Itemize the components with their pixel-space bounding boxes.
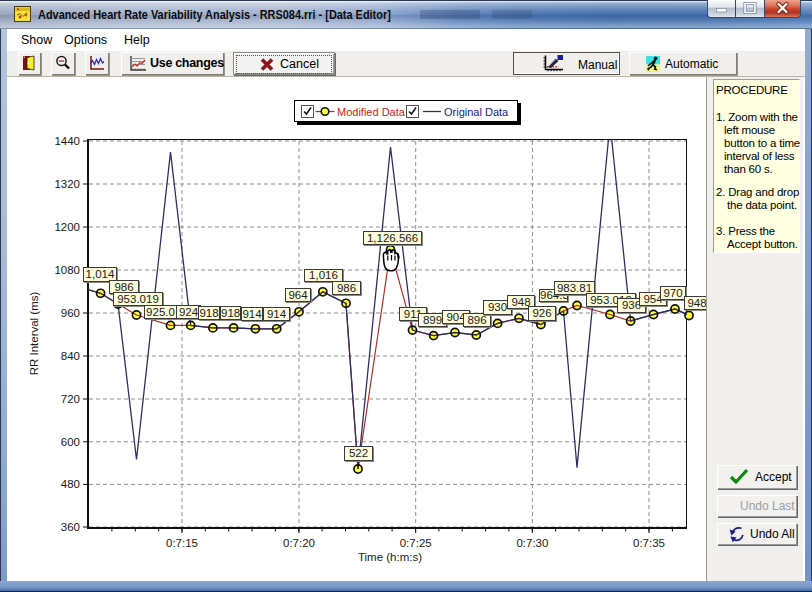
svg-text:Modified Data: Modified Data [337,106,406,118]
svg-text:RR Interval (ms): RR Interval (ms) [28,291,40,375]
svg-text:1320: 1320 [54,178,80,190]
svg-text:Original Data: Original Data [444,106,509,118]
svg-text:Time (h:m:s): Time (h:m:s) [358,551,422,563]
svg-text:0:7:30: 0:7:30 [516,537,548,549]
svg-text:0:7:25: 0:7:25 [400,537,432,549]
svg-text:0:7:15: 0:7:15 [166,537,198,549]
svg-text:960: 960 [61,307,80,319]
svg-text:600: 600 [61,436,80,448]
svg-text:840: 840 [61,350,80,362]
svg-text:1080: 1080 [54,264,80,276]
svg-text:1440: 1440 [54,135,80,147]
svg-text:0:7:20: 0:7:20 [283,537,315,549]
svg-text:0:7:35: 0:7:35 [633,537,665,549]
svg-text:360: 360 [61,521,80,533]
svg-text:1200: 1200 [54,221,80,233]
svg-text:480: 480 [61,478,80,490]
svg-text:720: 720 [61,393,80,405]
